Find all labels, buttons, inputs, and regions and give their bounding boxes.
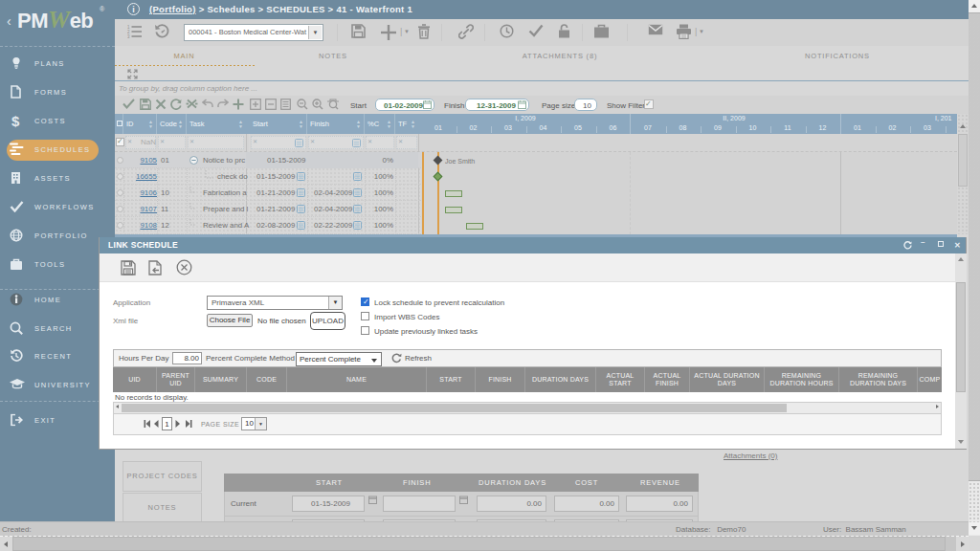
svg-text:$: $	[11, 114, 20, 128]
svg-text:3: 3	[127, 34, 130, 39]
